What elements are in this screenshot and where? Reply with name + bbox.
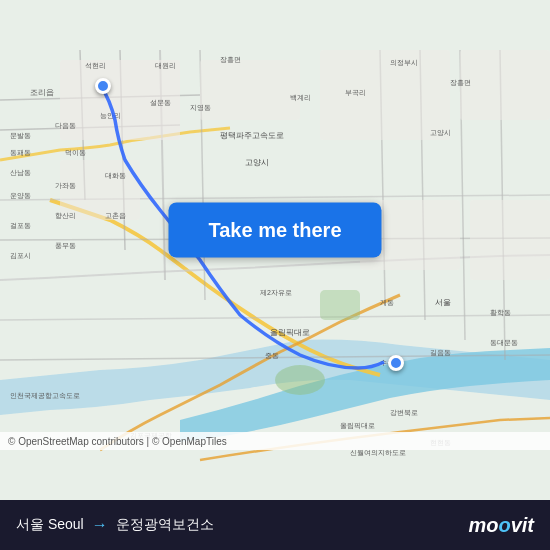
svg-text:황학동: 황학동 <box>490 309 511 317</box>
svg-text:조리읍: 조리읍 <box>30 88 54 97</box>
svg-text:고양시: 고양시 <box>245 158 269 167</box>
svg-text:의정부시: 의정부시 <box>390 59 418 66</box>
destination-pin <box>388 355 404 371</box>
svg-text:신월여의지하도로: 신월여의지하도로 <box>350 449 406 456</box>
svg-text:대화동: 대화동 <box>105 172 126 179</box>
svg-text:동패동: 동패동 <box>10 149 31 156</box>
svg-text:강변북로: 강변북로 <box>390 409 418 417</box>
svg-text:운양동: 운양동 <box>10 192 31 199</box>
moovit-logo: moovit <box>468 514 534 537</box>
svg-text:고촌읍: 고촌읍 <box>105 212 126 220</box>
svg-text:향산리: 향산리 <box>55 212 76 219</box>
svg-text:대원리: 대원리 <box>155 62 176 69</box>
svg-text:부곡리: 부곡리 <box>345 89 366 97</box>
svg-text:게동: 게동 <box>380 299 394 306</box>
svg-text:중동: 중동 <box>265 352 279 359</box>
bottom-bar: 서울 Seoul → 운정광역보건소 moovit <box>0 500 550 550</box>
svg-text:제2자유로: 제2자유로 <box>260 289 292 296</box>
svg-text:문발동: 문발동 <box>10 132 31 139</box>
svg-text:길음동: 길음동 <box>430 349 451 357</box>
svg-text:올림픽대로: 올림픽대로 <box>270 328 310 337</box>
svg-text:걸포동: 걸포동 <box>10 222 31 229</box>
origin-pin <box>95 78 111 94</box>
svg-text:설문동: 설문동 <box>150 99 171 106</box>
svg-text:평택파주고속도로: 평택파주고속도로 <box>220 131 284 140</box>
arrow-icon: → <box>92 516 108 534</box>
take-me-there-button[interactable]: Take me there <box>168 203 381 258</box>
svg-text:고양시: 고양시 <box>430 129 451 136</box>
attribution-bar: © OpenStreetMap contributors | © OpenMap… <box>0 432 550 450</box>
svg-text:김포시: 김포시 <box>10 252 31 260</box>
destination-label: 운정광역보건소 <box>116 516 214 534</box>
svg-text:능안리: 능안리 <box>100 112 121 119</box>
svg-text:서울: 서울 <box>435 298 451 307</box>
svg-text:인천국제공항고속도로: 인천국제공항고속도로 <box>10 392 80 400</box>
svg-rect-20 <box>460 50 550 120</box>
svg-text:동대문동: 동대문동 <box>490 339 518 346</box>
svg-text:다음동: 다음동 <box>55 122 76 130</box>
route-info: 서울 Seoul → 운정광역보건소 <box>16 516 214 534</box>
svg-rect-18 <box>200 60 300 120</box>
svg-point-15 <box>275 365 325 395</box>
svg-text:올림픽대로: 올림픽대로 <box>340 422 375 430</box>
svg-rect-23 <box>470 200 550 280</box>
button-overlay: Take me there <box>168 203 381 258</box>
svg-text:풍무동: 풍무동 <box>55 242 76 250</box>
map-container: 조리읍 석현리 대원리 장흥면 의정부시 장흥면 문발동 동패동 다음동 능안리… <box>0 0 550 500</box>
svg-text:지영동: 지영동 <box>190 104 211 111</box>
svg-text:덕이동: 덕이동 <box>65 149 86 157</box>
svg-rect-21 <box>60 160 140 220</box>
svg-text:장흥면: 장흥면 <box>450 79 471 87</box>
svg-text:장흥면: 장흥면 <box>220 56 241 64</box>
svg-text:백계리: 백계리 <box>290 94 311 102</box>
attribution-text: © OpenStreetMap contributors | © OpenMap… <box>8 436 227 447</box>
svg-rect-16 <box>320 290 360 320</box>
svg-text:석현리: 석현리 <box>85 62 106 70</box>
svg-text:가좌동: 가좌동 <box>55 182 76 189</box>
svg-rect-19 <box>320 50 450 140</box>
svg-text:산남동: 산남동 <box>10 169 31 177</box>
origin-label: 서울 Seoul <box>16 516 84 534</box>
